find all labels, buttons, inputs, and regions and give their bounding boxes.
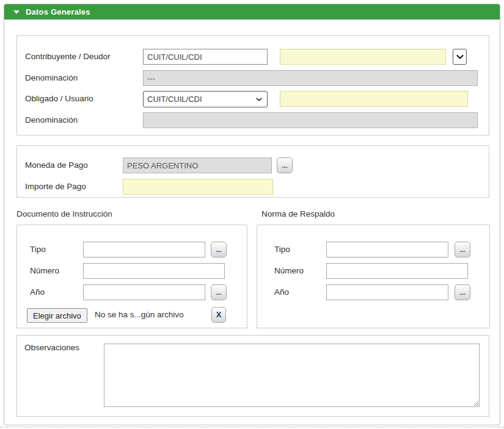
contribuyente-label: Contribuyente / Deudor <box>25 49 111 65</box>
collapse-arrow-icon[interactable] <box>13 10 20 14</box>
documento-anio-input[interactable] <box>83 284 205 300</box>
documento-anio-browse-button[interactable]: ... <box>211 284 227 300</box>
norma-box: Tipo ... Número Año ... <box>257 225 490 328</box>
denominacion-contribuyente-input <box>143 70 478 86</box>
moneda-input <box>123 157 272 173</box>
importe-input[interactable] <box>123 179 273 195</box>
chevron-down-icon <box>456 55 464 59</box>
obligado-number-input[interactable] <box>280 91 468 107</box>
documento-tipo-input[interactable] <box>83 242 205 258</box>
documento-numero-input[interactable] <box>83 263 225 279</box>
importe-label: Importe de Pago <box>25 179 86 195</box>
moneda-label: Moneda de Pago <box>25 157 88 173</box>
norma-numero-label: Número <box>274 263 304 279</box>
documento-numero-label: Número <box>30 263 59 279</box>
identification-box: Contribuyente / Deudor Denominación Obli… <box>16 35 489 135</box>
obligado-doc-type-selected: CUIT/CUIL/CDI <box>147 95 202 104</box>
panel-title: Datos Generales <box>26 7 90 16</box>
contribuyente-dropdown-button[interactable] <box>453 49 467 65</box>
documento-box: Tipo ... Número Año ... Elegir archivo N… <box>16 225 247 328</box>
page-bottom-divider <box>0 427 504 428</box>
norma-anio-input[interactable] <box>326 284 448 300</box>
denominacion-obligado-input <box>143 112 478 128</box>
denominacion-contribuyente-label: Denominación <box>25 70 78 86</box>
file-clear-button[interactable]: X <box>211 307 226 323</box>
documento-tipo-browse-button[interactable]: ... <box>211 242 227 258</box>
obligado-label: Obligado / Usuario <box>25 91 93 107</box>
norma-tipo-input[interactable] <box>326 242 448 258</box>
norma-section-title: Norma de Respaldo <box>261 209 335 218</box>
moneda-browse-button[interactable]: ... <box>277 157 293 173</box>
norma-tipo-browse-button[interactable]: ... <box>455 242 470 258</box>
denominacion-obligado-label: Denominación <box>25 112 78 128</box>
datos-generales-panel: Datos Generales Contribuyente / Deudor D… <box>4 4 500 425</box>
payment-box: Moneda de Pago ... Importe de Pago <box>16 145 489 198</box>
file-status-text: No se ha s...gún archivo <box>95 307 184 323</box>
panel-header[interactable]: Datos Generales <box>4 4 500 20</box>
observaciones-label: Observaciones <box>24 340 79 356</box>
norma-anio-browse-button[interactable]: ... <box>455 284 470 300</box>
documento-section-title: Documento de Instrucción <box>16 209 112 218</box>
file-choose-button[interactable]: Elegir archivo <box>27 308 87 323</box>
norma-numero-input[interactable] <box>326 263 468 279</box>
contribuyente-number-input[interactable] <box>280 49 446 65</box>
contribuyente-doc-type-input[interactable] <box>143 49 268 65</box>
observaciones-box: Observaciones <box>16 335 489 417</box>
documento-anio-label: Año <box>30 284 45 300</box>
norma-anio-label: Año <box>274 284 289 300</box>
documento-tipo-label: Tipo <box>30 242 46 258</box>
observaciones-textarea[interactable] <box>104 344 480 407</box>
obligado-doc-type-select[interactable]: CUIT/CUIL/CDI <box>143 91 268 107</box>
norma-tipo-label: Tipo <box>274 242 290 258</box>
chevron-down-icon <box>256 98 262 101</box>
